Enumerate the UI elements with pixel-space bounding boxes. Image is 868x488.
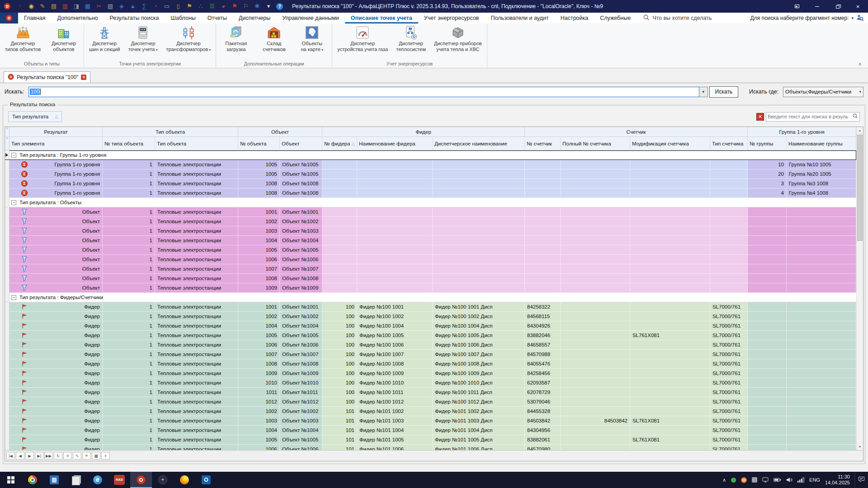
table-row[interactable]: Объект1Тепловые электростанции1004Объект…	[5, 236, 856, 245]
taskbar-app-chrome[interactable]	[22, 472, 43, 488]
column-header[interactable]: № фидера△	[322, 137, 357, 150]
table-row[interactable]: Объект1Тепловые электростанции1001Объект…	[5, 207, 856, 217]
nav-cancel-button[interactable]: ×	[101, 452, 110, 460]
table-row[interactable]: ΣГруппа 1-го уровня1Тепловые электростан…	[5, 160, 856, 169]
table-row[interactable]: Фидер1Тепловые электростанции1005Объект …	[5, 435, 856, 445]
ribbon-tab[interactable]: Учет энергоресурсов	[418, 13, 485, 23]
table-row[interactable]: Фидер1Тепловые электростанции1005Объект …	[5, 331, 856, 340]
table-row[interactable]: Фидер1Тепловые электростанции1004Объект …	[5, 426, 856, 435]
language-indicator[interactable]: ENG	[809, 477, 820, 483]
save-as-icon[interactable]: ◨	[73, 3, 80, 10]
flags-icon[interactable]: ⚐	[242, 3, 250, 10]
column-header[interactable]: Тип счетчика	[710, 137, 748, 150]
ribbon-tab[interactable]: Настройка	[555, 13, 594, 23]
tell-me-search[interactable]: Что вы хотите сделать	[643, 13, 712, 23]
taskbar-app-rad[interactable]: RAD	[108, 472, 130, 488]
ribbon-tab[interactable]: Служебные	[594, 13, 637, 23]
heatbox-button[interactable]: Диспетчер приборовучета тепла и ХВС	[430, 23, 486, 52]
network-icon[interactable]	[797, 477, 804, 483]
heatsys-button[interactable]: Диспетчертеплосистем	[392, 23, 430, 52]
table-row[interactable]: ΣГруппа 1-го уровня1Тепловые электростан…	[5, 188, 856, 198]
edit-doc-icon[interactable]: ✎	[39, 3, 46, 10]
nav-grid-button[interactable]: ▦	[92, 452, 100, 460]
ribbon-tab[interactable]: Отчеты	[202, 13, 233, 23]
column-header[interactable]: Диспетчерское наименование	[433, 137, 525, 150]
search-icon[interactable]	[852, 113, 858, 121]
table-row[interactable]: Фидер1Тепловые электростанции1010Объект …	[5, 378, 856, 388]
maximize-button[interactable]	[827, 0, 848, 13]
slot-icon[interactable]: ▭	[163, 3, 170, 10]
group-row[interactable]: –Тип результата : Группы 1-го уровня	[5, 150, 856, 160]
ribbon-tab[interactable]: Главная	[18, 13, 52, 23]
search-where-select[interactable]: Объекты;Фидеры/Счетчики ▾	[783, 87, 863, 97]
band-header[interactable]: Группа 1-го уровня	[748, 127, 856, 137]
pin-button[interactable]	[787, 0, 807, 13]
nav-page-next-button[interactable]: ▶▶	[44, 452, 53, 460]
book-icon[interactable]: ▯	[175, 3, 182, 10]
flag-icon[interactable]: ⚑	[231, 3, 238, 10]
table-row[interactable]: Фидер1Тепловые электростанции1008Объект …	[5, 359, 856, 369]
clear-filter-button[interactable]: ✕	[756, 113, 764, 121]
ribbon-tab[interactable]: Диспетчеры	[233, 13, 276, 23]
band-header[interactable]: Объект	[238, 127, 322, 137]
clipboard-icon[interactable]: ▤	[50, 3, 57, 10]
buildings-button[interactable]: Диспетчеробъектов	[45, 23, 83, 52]
nav-last-button[interactable]: ▶|	[35, 452, 43, 460]
help-icon[interactable]: ?	[276, 3, 283, 10]
battery-icon[interactable]	[774, 478, 781, 482]
table-row[interactable]: Фидер1Тепловые электростанции1011Объект …	[5, 388, 856, 397]
start-button[interactable]	[0, 472, 22, 488]
taskbar-app-outlook[interactable]: O	[195, 472, 217, 488]
gas-button[interactable]: Диспетчерустройства учета газа	[333, 23, 392, 52]
checklist-icon[interactable]: ☰	[208, 3, 216, 10]
column-header[interactable]: Объект	[280, 137, 322, 150]
clock[interactable]: 11:30 14.04.2025	[825, 474, 850, 486]
ribbon-tab[interactable]: Управление данными	[276, 13, 345, 23]
coin-icon[interactable]: ◉	[28, 3, 35, 10]
band-header[interactable]: Результат	[9, 127, 103, 137]
bar-chart-icon[interactable]: ▲	[129, 3, 137, 10]
tower-button[interactable]: Диспетчершин и секций	[85, 23, 124, 52]
table-row[interactable]: Фидер1Тепловые электростанции1002Объект …	[5, 312, 856, 321]
ribbon-tab[interactable]: Описание точек учета	[345, 13, 418, 23]
ribbon-tab[interactable]: Результаты поиска	[104, 13, 165, 23]
nav-prev-button[interactable]: ◀	[16, 452, 24, 460]
table-row[interactable]: Фидер1Тепловые электростанции1007Объект …	[5, 350, 856, 359]
table-row[interactable]: Фидер1Тепловые электростанции1001Объект …	[5, 302, 856, 312]
group-row[interactable]: –Тип результата : Фидеры/Счетчики	[5, 293, 856, 302]
taskbar-app-sheets[interactable]: ▦	[43, 472, 65, 488]
taskbar-app-edge[interactable]: e	[87, 472, 108, 488]
person-search-icon[interactable]	[856, 14, 863, 23]
nav-filter-button[interactable]: ⚑	[82, 452, 91, 460]
column-header[interactable]: № объекта	[238, 137, 280, 150]
scroll-up-icon[interactable]: ▲	[857, 127, 863, 134]
scrollbar-thumb[interactable]	[857, 135, 863, 241]
table-row[interactable]: Объект1Тепловые электростанции1005Объект…	[5, 245, 856, 255]
vertical-scrollbar[interactable]: ▲ ▼	[856, 127, 863, 450]
app-menu-button[interactable]	[0, 13, 18, 23]
map-pin-icon[interactable]: ◈	[118, 3, 125, 10]
qat-more-icon[interactable]: ▾	[265, 3, 272, 10]
table-icon[interactable]: ▦	[84, 3, 91, 10]
gray-app-icon[interactable]	[752, 477, 757, 483]
nav-edit-button[interactable]: ✎	[73, 452, 81, 460]
table-row[interactable]: Фидер1Тепловые электростанции1004Объект …	[5, 321, 856, 331]
table-row[interactable]: Фидер1Тепловые электростанции1012Объект …	[5, 397, 856, 407]
collapse-icon[interactable]: –	[11, 295, 16, 300]
ribbon-tab[interactable]: Шаблоны	[165, 13, 202, 23]
table-row[interactable]: Объект1Тепловые электростанции1002Объект…	[5, 217, 856, 226]
nav-add-button[interactable]: ✳	[63, 452, 72, 460]
document-tab[interactable]: Результаты поиска "100" ✕	[4, 71, 90, 83]
collapse-ribbon-icon[interactable]: ∧	[859, 61, 862, 66]
group-row[interactable]: –Тип результата : Объекты	[5, 198, 856, 207]
volume-icon[interactable]	[786, 477, 793, 483]
band-header[interactable]: Фидер	[322, 127, 525, 137]
close-tab-icon[interactable]: ✕	[81, 75, 86, 80]
chevron-down-icon[interactable]: ▾	[851, 16, 854, 20]
messenger-icon[interactable]: M	[741, 477, 747, 483]
notification-center-button[interactable]	[854, 472, 868, 488]
column-header[interactable]: Тип элемента	[9, 137, 103, 150]
gauge-icon[interactable]: ◔	[152, 3, 159, 10]
table-row[interactable]: Фидер1Тепловые электростанции1006Объект …	[5, 340, 856, 350]
column-header[interactable]: Модификация счетчика	[630, 137, 710, 150]
